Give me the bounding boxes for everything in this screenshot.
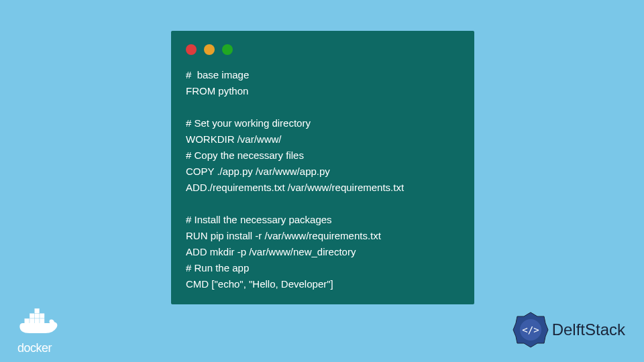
- svg-rect-3: [30, 314, 34, 318]
- docker-logo: docker: [17, 306, 71, 355]
- svg-rect-1: [35, 318, 40, 323]
- svg-rect-6: [35, 308, 40, 313]
- svg-rect-2: [40, 318, 44, 323]
- code-content: # base image FROM python # Set your work…: [186, 67, 460, 292]
- maximize-icon[interactable]: [222, 44, 233, 55]
- delftstack-text: DelftStack: [552, 320, 625, 339]
- docker-text: docker: [17, 341, 71, 355]
- minimize-icon[interactable]: [204, 44, 215, 55]
- delftstack-logo: </> DelftStack: [512, 311, 625, 349]
- svg-rect-0: [30, 318, 34, 323]
- code-window: # base image FROM python # Set your work…: [171, 31, 474, 304]
- svg-rect-7: [25, 318, 30, 323]
- svg-rect-4: [35, 314, 40, 318]
- delftstack-badge-icon: </>: [512, 311, 549, 349]
- svg-rect-5: [40, 314, 44, 318]
- traffic-lights: [186, 44, 460, 55]
- docker-whale-icon: [17, 306, 64, 340]
- svg-text:</>: </>: [522, 324, 539, 335]
- close-icon[interactable]: [186, 44, 197, 55]
